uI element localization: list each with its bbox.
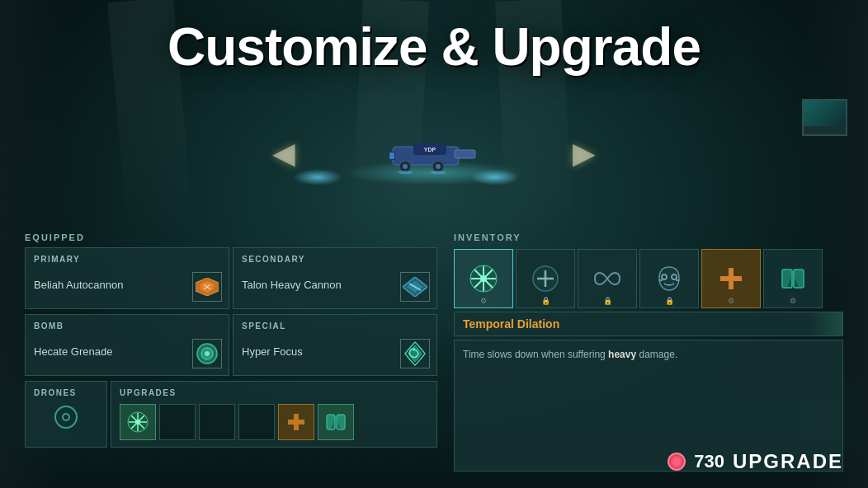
lock-icon-3: 🔒 — [665, 297, 674, 305]
inv-item-1[interactable]: 🔒 — [516, 249, 575, 308]
inv-item-3[interactable]: 🔒 — [639, 249, 699, 308]
upgrade-cell-1[interactable] — [159, 404, 196, 440]
ship-display: YDP — [327, 120, 541, 185]
equipped-panel: EQUIPPED PRIMARY Beliah Autocannon SECO — [25, 232, 437, 472]
drones-slot[interactable]: DRONES — [25, 381, 107, 448]
svg-point-9 — [431, 171, 446, 174]
svg-rect-48 — [720, 276, 742, 281]
svg-point-27 — [135, 420, 140, 425]
monitor — [802, 99, 847, 136]
inventory-label: INVENTORY — [454, 232, 843, 242]
svg-text:YDP: YDP — [424, 147, 436, 152]
inventory-icons-row: ⚙ 🔒 🔒 — [454, 249, 843, 308]
upgrade-button[interactable]: UPGRADE — [733, 450, 843, 473]
currency-icon — [668, 453, 686, 471]
inv-item-0[interactable]: ⚙ — [454, 249, 513, 308]
drone-inner — [62, 413, 70, 421]
svg-rect-29 — [288, 420, 304, 425]
lock-icon-2: 🔒 — [603, 297, 612, 305]
secondary-slot[interactable]: SECONDARY Talon Heavy Cannon — [233, 247, 437, 309]
selected-item-name: Temporal Dilation — [454, 312, 843, 336]
secondary-label: SECONDARY — [242, 255, 428, 264]
upgrades-slot[interactable]: UPGRADES — [111, 381, 437, 448]
upgrades-label: UPGRADES — [120, 388, 428, 397]
upgrade-cell-0[interactable] — [120, 404, 156, 440]
bomb-slot[interactable]: BOMB Hecate Grenade — [25, 314, 229, 376]
svg-rect-11 — [389, 152, 394, 159]
special-label: SPECIAL — [242, 321, 428, 331]
currency-amount: 730 — [694, 451, 724, 472]
prev-ship-button[interactable]: ◀ — [272, 136, 295, 171]
upgrade-cell-2[interactable] — [199, 404, 235, 440]
gear-icon-5: ⚙ — [790, 297, 796, 305]
highlight-word: heavy — [608, 349, 636, 360]
page-title: Customize & Upgrade — [0, 16, 868, 77]
primary-secondary-row: PRIMARY Beliah Autocannon SECONDARY Talo… — [25, 247, 437, 309]
inv-item-5[interactable]: ⚙ — [763, 249, 823, 308]
svg-point-5 — [403, 164, 408, 169]
primary-label: PRIMARY — [34, 255, 220, 264]
bomb-weapon-icon — [192, 339, 222, 368]
primary-slot[interactable]: PRIMARY Beliah Autocannon — [25, 247, 229, 309]
svg-point-7 — [436, 164, 441, 169]
inv-item-4[interactable]: ⚙ — [701, 249, 761, 308]
gear-icon-4: ⚙ — [728, 297, 734, 305]
primary-weapon-icon — [192, 272, 222, 302]
lock-icon-1: 🔒 — [541, 297, 550, 305]
special-weapon-icon — [400, 339, 430, 368]
bomb-label: BOMB — [34, 321, 220, 331]
inventory-panel: INVENTORY ⚙ — [454, 232, 843, 472]
monitor-screen — [804, 101, 846, 126]
inv-item-2[interactable]: 🔒 — [578, 249, 637, 308]
drone-icon — [54, 406, 78, 429]
svg-point-21 — [205, 351, 210, 356]
next-ship-button[interactable]: ▶ — [573, 136, 596, 171]
upgrade-cell-3[interactable] — [238, 404, 275, 440]
equipped-label: EQUIPPED — [25, 232, 437, 242]
ship-svg: YDP — [384, 130, 484, 176]
svg-point-39 — [480, 275, 487, 282]
special-slot[interactable]: SPECIAL Hyper Focus — [233, 314, 437, 376]
upgrade-cell-4[interactable] — [278, 404, 314, 440]
upgrade-bar: 730 UPGRADE — [668, 450, 843, 473]
gear-icon-0: ⚙ — [480, 297, 487, 305]
bomb-special-row: BOMB Hecate Grenade SPECIAL Hyper Focus — [25, 314, 437, 376]
svg-rect-1 — [455, 150, 475, 158]
secondary-weapon-icon — [400, 272, 430, 302]
drones-upgrades-row: DRONES UPGRADES — [25, 381, 437, 448]
drones-label: DRONES — [34, 388, 98, 397]
svg-point-8 — [398, 171, 413, 174]
upgrade-icons-row — [120, 404, 428, 440]
upgrade-cell-5[interactable] — [318, 404, 354, 440]
